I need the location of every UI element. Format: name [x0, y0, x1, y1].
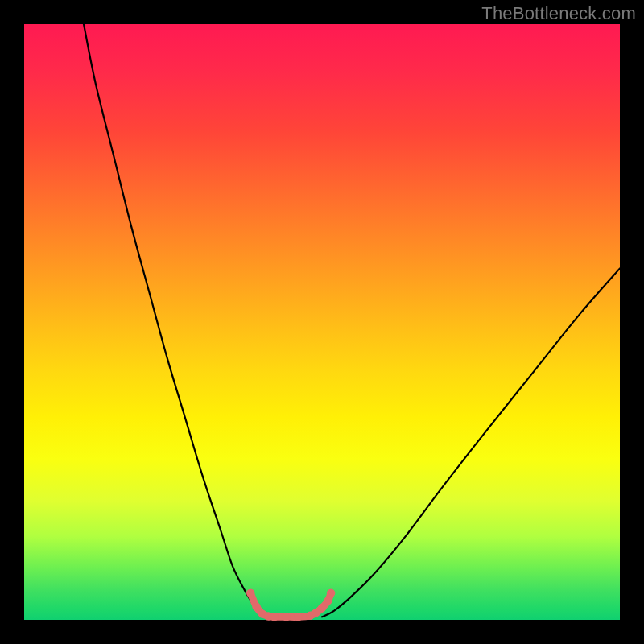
knot-dot [282, 613, 290, 621]
knot-dot [252, 603, 260, 611]
knot-dot [318, 604, 326, 612]
left-curve [84, 24, 262, 617]
knot-dot [294, 613, 302, 621]
right-curve [322, 268, 620, 617]
knot-dot [327, 589, 335, 597]
chart-frame: TheBottleneck.com [0, 0, 644, 644]
plot-area [24, 24, 620, 620]
knot-dot [270, 613, 279, 621]
knot-dot [246, 589, 254, 597]
watermark-text: TheBottleneck.com [481, 3, 636, 24]
curve-layer [24, 24, 620, 620]
knot-dot [324, 597, 332, 605]
